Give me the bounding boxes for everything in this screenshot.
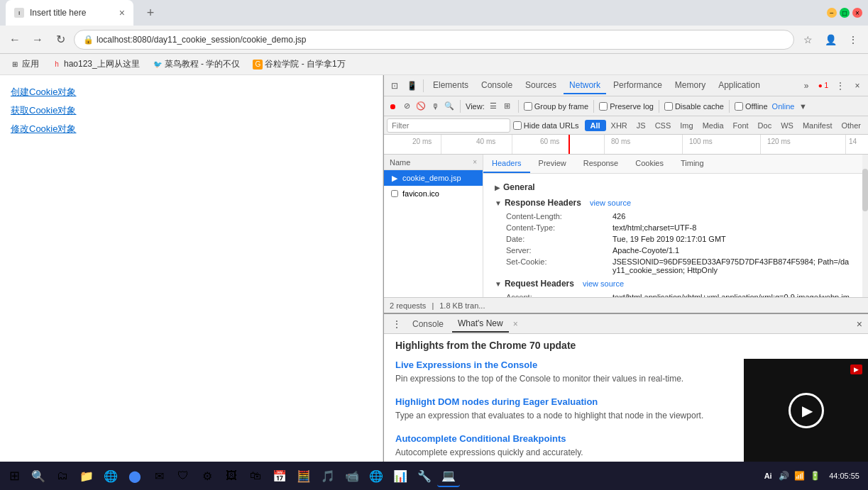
- stop-button[interactable]: ⊘: [401, 101, 412, 112]
- filter-js[interactable]: JS: [632, 120, 650, 131]
- minimize-button[interactable]: −: [827, 8, 837, 18]
- group-by-frame-label[interactable]: Group by frame: [524, 102, 588, 111]
- general-section-header[interactable]: ▶ General: [489, 179, 857, 195]
- bottom-panel-close-button[interactable]: ×: [857, 318, 862, 330]
- hide-data-urls-label[interactable]: Hide data URLs: [513, 121, 579, 130]
- preserve-log-checkbox[interactable]: [599, 102, 608, 111]
- browser2-button[interactable]: 🌐: [365, 464, 388, 487]
- filter-media[interactable]: Media: [698, 120, 728, 131]
- tab-close-button[interactable]: ×: [119, 7, 125, 18]
- task-view-button[interactable]: 🗂: [51, 464, 74, 487]
- request-headers-header[interactable]: ▼ Request Headers view source: [495, 276, 851, 291]
- search-button[interactable]: 🔍: [444, 101, 455, 112]
- media-button[interactable]: 🎵: [317, 464, 339, 487]
- modify-cookie-link[interactable]: 修改Cookie对象: [11, 123, 372, 135]
- network-icon[interactable]: 📶: [792, 469, 806, 483]
- file-item-favicon[interactable]: favicon.ico: [384, 186, 483, 201]
- browser-tab[interactable]: I Insert title here ×: [6, 0, 133, 26]
- preserve-log-label[interactable]: Preserve log: [599, 102, 654, 111]
- bookmark-runoob[interactable]: 🐦 菜鸟教程 - 学的不仅: [148, 57, 245, 72]
- app3-button[interactable]: 💻: [437, 464, 460, 487]
- bottom-tab-whats-new[interactable]: What's New: [452, 316, 509, 333]
- offline-label[interactable]: Offline: [735, 102, 768, 111]
- start-button[interactable]: ⊞: [3, 464, 26, 487]
- devtools-close-button[interactable]: ×: [850, 78, 865, 94]
- profile-button[interactable]: 👤: [821, 30, 840, 49]
- create-cookie-link[interactable]: 创建Cookie对象: [11, 86, 372, 99]
- tab-memory[interactable]: Memory: [669, 77, 711, 94]
- menu-button[interactable]: ⋮: [844, 30, 862, 49]
- bottom-panel-menu[interactable]: ⋮: [390, 317, 404, 331]
- tab-application[interactable]: Application: [713, 77, 766, 94]
- app2-button[interactable]: 🔧: [413, 464, 436, 487]
- new-tab-button[interactable]: +: [139, 1, 162, 24]
- mail-button[interactable]: ✉: [148, 464, 170, 487]
- video-button[interactable]: 📹: [341, 464, 363, 487]
- clear-button[interactable]: 🚫: [415, 101, 427, 112]
- filter-img[interactable]: Img: [676, 120, 697, 131]
- chrome-button[interactable]: ⬤: [123, 464, 146, 487]
- get-cookie-link[interactable]: 获取Cookie对象: [11, 104, 372, 117]
- detail-tab-timing[interactable]: Timing: [672, 155, 713, 173]
- photos-button[interactable]: 🖼: [220, 464, 243, 487]
- edge-button[interactable]: 🌐: [99, 464, 122, 487]
- refresh-button[interactable]: ↻: [51, 30, 70, 49]
- bookmark-gulixueyuan[interactable]: G 谷粒学院 - 自学拿1万: [248, 57, 349, 72]
- filter-doc[interactable]: Doc: [754, 120, 776, 131]
- filter-all-button[interactable]: All: [585, 120, 606, 131]
- filter-css[interactable]: CSS: [651, 120, 676, 131]
- shield-button[interactable]: 🛡: [172, 464, 194, 487]
- detail-tab-response[interactable]: Response: [575, 155, 627, 173]
- group-by-frame-checkbox[interactable]: [524, 102, 532, 111]
- calculator-button[interactable]: 🧮: [292, 464, 315, 487]
- back-button[interactable]: ←: [6, 30, 24, 49]
- file-explorer-button[interactable]: 📁: [75, 464, 98, 487]
- more-tabs-button[interactable]: »: [798, 78, 814, 94]
- hide-data-urls-checkbox[interactable]: [513, 121, 522, 130]
- filter-xhr[interactable]: XHR: [607, 120, 632, 131]
- filter-button[interactable]: 🎙: [429, 101, 441, 112]
- bookmark-button[interactable]: ☆: [798, 30, 817, 49]
- settings-button-taskbar[interactable]: ⚙: [196, 464, 219, 487]
- play-button[interactable]: ▶: [789, 393, 824, 428]
- filter-font[interactable]: Font: [729, 120, 753, 131]
- filter-manifest[interactable]: Manifest: [798, 120, 837, 131]
- taskbar-clock[interactable]: 44:05:55: [823, 472, 865, 480]
- devtools-more-button[interactable]: ⋮: [833, 78, 848, 94]
- volume-icon[interactable]: 🔊: [776, 469, 791, 483]
- bottom-tab-console[interactable]: Console: [407, 316, 449, 332]
- detail-scrollbar[interactable]: [862, 155, 868, 297]
- filter-ws[interactable]: WS: [776, 120, 798, 131]
- online-dropdown[interactable]: ▼: [797, 101, 808, 112]
- maximize-button[interactable]: □: [840, 8, 850, 18]
- calendar-button[interactable]: 📅: [268, 464, 291, 487]
- record-button[interactable]: ⏺: [387, 101, 398, 112]
- bookmark-apps[interactable]: ⊞ 应用: [6, 57, 43, 72]
- tab-performance[interactable]: Performance: [608, 77, 668, 94]
- disable-cache-label[interactable]: Disable cache: [664, 102, 724, 111]
- tab-console[interactable]: Console: [476, 77, 518, 94]
- close-panel-button[interactable]: ×: [473, 158, 477, 166]
- url-input[interactable]: 🔒 localhost:8080/day11_cookie_session/co…: [74, 30, 794, 50]
- app1-button[interactable]: 📊: [389, 464, 412, 487]
- view-large-button[interactable]: ⊞: [502, 101, 513, 112]
- whats-new-tab-close[interactable]: ×: [513, 319, 518, 329]
- scrollbar-thumb[interactable]: [862, 169, 868, 211]
- battery-icon[interactable]: 🔋: [808, 469, 822, 483]
- view-list-button[interactable]: ☰: [488, 101, 499, 112]
- request-view-source-link[interactable]: view source: [583, 279, 624, 288]
- device-mode-button[interactable]: 📱: [404, 78, 419, 94]
- disable-cache-checkbox[interactable]: [664, 102, 673, 111]
- close-button[interactable]: ×: [852, 8, 862, 18]
- search-button-taskbar[interactable]: 🔍: [27, 464, 50, 487]
- bookmark-hao123[interactable]: h hao123_上网从这里: [48, 57, 144, 72]
- response-headers-header[interactable]: ▼ Response Headers view source: [495, 195, 851, 211]
- inspect-element-button[interactable]: ⊡: [387, 78, 402, 94]
- offline-checkbox[interactable]: [735, 102, 743, 111]
- detail-tab-cookies[interactable]: Cookies: [627, 155, 672, 173]
- response-view-source-link[interactable]: view source: [590, 199, 631, 207]
- forward-button[interactable]: →: [28, 30, 47, 49]
- tab-network[interactable]: Network: [564, 77, 606, 94]
- file-item-cookie-demo[interactable]: ▶ cookie_demo.jsp: [384, 170, 483, 186]
- ai-label[interactable]: Ai: [761, 469, 775, 483]
